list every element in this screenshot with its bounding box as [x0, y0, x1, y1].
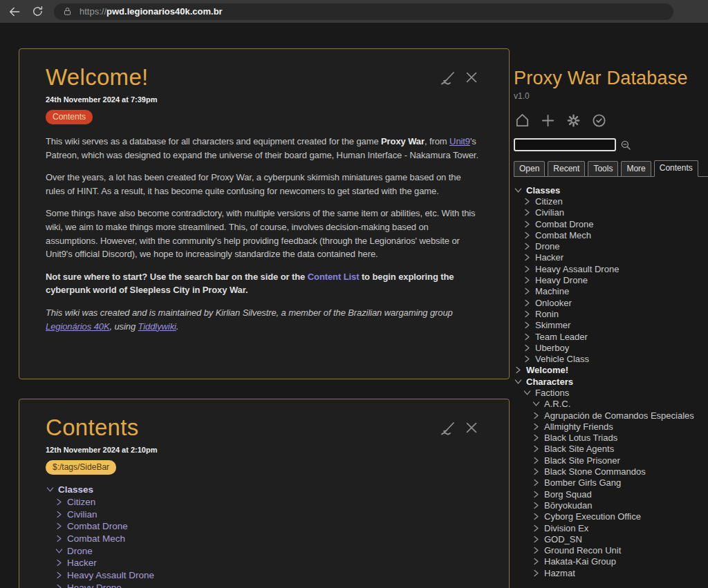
search-icon[interactable] [620, 139, 632, 151]
tree-item-label[interactable]: Characters [526, 377, 573, 387]
close-button[interactable] [463, 420, 480, 437]
tree-item-label[interactable]: Bomber Girls Gang [544, 477, 621, 488]
tree-item-label[interactable]: Ronin [535, 309, 559, 319]
tree-item-label[interactable]: Vehicle Class [535, 354, 589, 364]
edit-button[interactable] [440, 420, 456, 437]
tree-item-label[interactable]: GOD_SN [544, 534, 582, 544]
edit-button[interactable] [440, 70, 456, 86]
tree-item-label[interactable]: Drone [535, 241, 559, 252]
tree-item-label[interactable]: Cyborg Execution Office [544, 511, 641, 522]
tree-item-label[interactable]: Drone [67, 546, 93, 556]
tree-item[interactable]: Black Site Prisoner [514, 455, 706, 466]
tree-item-label[interactable]: Civilian [67, 509, 97, 520]
chevron-down-icon[interactable] [532, 399, 541, 408]
content-list-link[interactable]: Content List [308, 272, 360, 282]
chevron-right-icon[interactable] [523, 242, 532, 251]
legionarios-link[interactable]: Legionários 40K [46, 321, 109, 332]
tree-item[interactable]: A.R.C. [514, 399, 706, 410]
tree-item[interactable]: Combat Mech [514, 229, 706, 240]
back-button[interactable] [6, 3, 23, 20]
tree-item-label[interactable]: Heavy Drone [67, 582, 122, 588]
chevron-right-icon[interactable] [523, 298, 532, 307]
chevron-right-icon[interactable] [532, 478, 541, 487]
unit9-link[interactable]: Unit9 [449, 136, 470, 146]
tree-item[interactable]: Combat Drone [46, 520, 481, 533]
chevron-right-icon[interactable] [55, 583, 64, 588]
tab-open[interactable]: Open [514, 161, 545, 177]
tree-item[interactable]: Drone [46, 544, 481, 557]
tree-item[interactable]: Skimmer [514, 320, 706, 331]
tree-item-label[interactable]: Combat Mech [67, 533, 125, 544]
chevron-right-icon[interactable] [532, 444, 541, 453]
tree-item[interactable]: Classes [514, 184, 706, 196]
tree-item-label[interactable]: Combat Drone [535, 219, 594, 229]
close-button[interactable] [463, 70, 480, 86]
tree-item-label[interactable]: Machine [535, 286, 569, 296]
tree-item[interactable]: Heavy Drone [46, 582, 481, 588]
tree-item[interactable]: Drone [514, 240, 706, 252]
tree-item-label[interactable]: Black Lotus Triads [544, 433, 617, 443]
tree-item-label[interactable]: Division Ex [544, 523, 588, 533]
tree-item[interactable]: GOD_SN [514, 533, 706, 544]
chevron-right-icon[interactable] [532, 490, 541, 499]
tree-item-label[interactable]: Bōryokudan [544, 500, 592, 511]
chevron-right-icon[interactable] [532, 546, 541, 555]
tree-item-label[interactable]: Borg Squad [544, 489, 592, 500]
tree-item[interactable]: Hacker [514, 252, 706, 263]
new-tiddler-button[interactable] [539, 113, 556, 129]
tree-item-label[interactable]: Hakata-Kai Group [544, 556, 616, 567]
chevron-right-icon[interactable] [532, 524, 541, 533]
tree-item[interactable]: Heavy Assault Drone [514, 263, 706, 274]
tree-item[interactable]: Bōryokudan [514, 500, 706, 511]
tree-item-label[interactable]: Classes [526, 185, 560, 196]
tiddlywiki-link[interactable]: Tiddlywiki [138, 321, 176, 332]
chevron-right-icon[interactable] [55, 558, 64, 567]
tag-pill-contents[interactable]: Contents [46, 110, 93, 124]
chevron-right-icon[interactable] [532, 512, 541, 521]
chevron-right-icon[interactable] [532, 411, 541, 420]
tree-item[interactable]: Heavy Assault Drone [46, 569, 481, 582]
tree-item[interactable]: Ground Recon Unit [514, 545, 706, 556]
chevron-right-icon[interactable] [523, 231, 532, 240]
tree-item[interactable]: Citizen [514, 196, 706, 207]
tree-item-label[interactable]: Allmighty Friends [544, 421, 613, 432]
chevron-right-icon[interactable] [523, 354, 532, 363]
tree-item[interactable]: Citizen [46, 496, 481, 509]
chevron-right-icon[interactable] [514, 366, 523, 374]
chevron-right-icon[interactable] [523, 220, 532, 229]
chevron-right-icon[interactable] [532, 557, 541, 566]
tree-item-label[interactable]: Uberboy [535, 343, 569, 353]
tree-item-label[interactable]: Citizen [535, 196, 563, 207]
tree-item-label[interactable]: Black Site Prisoner [544, 455, 620, 466]
tree-item-label[interactable]: Black Stone Commandos [544, 466, 646, 477]
tree-item-label[interactable]: Citizen [67, 497, 95, 507]
tree-item[interactable]: Bomber Girls Gang [514, 477, 706, 489]
address-bar[interactable]: https://pwd.legionarios40k.com.br [54, 3, 673, 20]
tree-item-label[interactable]: A.R.C. [544, 399, 570, 409]
tree-item[interactable]: Machine [514, 286, 706, 297]
tab-more[interactable]: More [621, 161, 651, 177]
chevron-right-icon[interactable] [532, 433, 541, 442]
tab-tools[interactable]: Tools [588, 161, 618, 177]
tree-item-label[interactable]: Factions [535, 388, 569, 398]
chevron-right-icon[interactable] [532, 467, 541, 476]
chevron-right-icon[interactable] [532, 535, 541, 544]
chevron-down-icon[interactable] [514, 186, 523, 195]
tag-pill-sidebar[interactable]: $:/tags/SideBar [46, 460, 116, 475]
tree-item[interactable]: Civilian [46, 508, 481, 520]
tree-item-label[interactable]: Heavy Drone [535, 275, 588, 285]
chevron-right-icon[interactable] [55, 510, 64, 519]
tree-item[interactable]: Characters [514, 376, 706, 387]
tree-item[interactable]: Black Stone Commandos [514, 466, 706, 477]
chevron-right-icon[interactable] [523, 253, 532, 262]
tree-item-label[interactable]: Skimmer [535, 320, 570, 330]
chevron-right-icon[interactable] [55, 497, 64, 506]
chevron-down-icon[interactable] [46, 485, 55, 494]
chevron-right-icon[interactable] [523, 321, 532, 330]
chevron-down-icon[interactable] [55, 547, 64, 556]
tree-item-label[interactable]: Combat Drone [67, 521, 128, 531]
tree-item[interactable]: Factions [514, 387, 706, 398]
save-wiki-button[interactable] [590, 113, 607, 129]
tree-item-label[interactable]: Agrupación de Comandos Especiales [544, 410, 694, 421]
tree-item[interactable]: Welcome! [514, 365, 706, 376]
